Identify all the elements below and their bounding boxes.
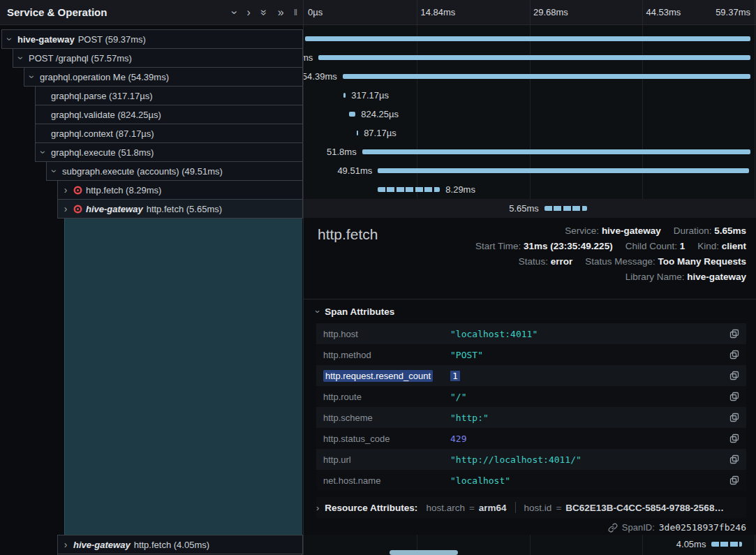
attribute-row: http.request.resend_count 1 <box>316 365 746 386</box>
timeline-row[interactable]: 57.57ms <box>304 48 756 67</box>
span-duration-bar[interactable] <box>362 149 751 154</box>
timeline-row[interactable]: 59.37ms <box>304 29 756 48</box>
tree-row[interactable]: › hive-gateway http.fetch (4.05ms) <box>57 535 303 554</box>
copy-icon[interactable] <box>725 434 739 443</box>
span-duration-bar[interactable] <box>711 542 742 547</box>
copy-icon[interactable] <box>725 475 739 485</box>
error-icon <box>73 186 82 195</box>
tree-chevron-icon[interactable]: › <box>38 148 48 156</box>
pane-resize-handle[interactable]: ‖ <box>294 7 297 17</box>
tree-chevron-icon[interactable]: › <box>61 540 70 549</box>
copy-icon[interactable] <box>725 413 739 422</box>
resource-attributes-title: Resource Attributes: <box>325 503 417 513</box>
span-duration-label: 5.65ms <box>509 199 539 218</box>
chevron-right-icon[interactable]: › <box>246 7 250 18</box>
span-duration-label: 8.29ms <box>445 180 475 199</box>
span-duration-bar[interactable] <box>544 206 587 211</box>
chevron-right-icon: › <box>316 503 319 513</box>
attribute-key: http.status_code <box>323 434 450 444</box>
tree-row[interactable]: › hive-gateway POST (59.37ms) <box>1 29 303 49</box>
error-icon <box>73 205 82 214</box>
span-duration-bar[interactable] <box>378 187 440 192</box>
timeline-row[interactable]: 87.17µs <box>304 124 756 142</box>
meta-pair: Status Message: Too Many Requests <box>585 256 746 267</box>
span-tree: › hive-gateway POST (59.37ms) › POST /gr… <box>0 25 304 555</box>
tree-chevron-icon[interactable]: › <box>61 204 70 214</box>
copy-icon[interactable] <box>725 371 739 380</box>
span-duration-label: 57.57ms <box>304 48 313 67</box>
span-duration-bar[interactable] <box>349 112 355 117</box>
double-chevron-right-icon[interactable]: » <box>278 7 284 18</box>
tree-row-label: POST /graphql (57.57ms) <box>29 53 132 64</box>
detail-meta-line: Start Time: 31ms (23:35:49.225)Child Cou… <box>475 239 746 254</box>
tree-chevron-icon[interactable]: › <box>61 185 70 195</box>
copy-icon[interactable] <box>725 329 739 339</box>
detail-meta-line: Service: hive-gatewayDuration: 5.65ms <box>475 223 746 239</box>
tree-row-label: http.fetch (5.65ms) <box>147 204 222 214</box>
ruler-tick-label: 59.37ms <box>716 0 750 24</box>
gridline <box>755 0 755 25</box>
tree-row[interactable]: › graphql.context (87.17µs) <box>35 124 303 143</box>
tree-row[interactable]: › graphql.operation Me (54.39ms) <box>24 67 303 87</box>
span-detail-meta: Service: hive-gatewayDuration: 5.65msSta… <box>475 223 746 285</box>
attribute-row: http.host "localhost:4011" <box>316 323 746 344</box>
timeline-row[interactable]: 49.51ms <box>304 161 756 180</box>
meta-value: error <box>551 256 573 267</box>
timeline-row[interactable]: 824.25µs <box>304 105 756 124</box>
ruler-tick-label: 29.68ms <box>533 0 568 24</box>
tree-row[interactable]: › graphql.parse (317.17µs) <box>35 86 303 105</box>
copy-icon[interactable] <box>725 350 739 360</box>
tree-row[interactable]: › POST /graphql (57.57ms) <box>13 48 303 68</box>
span-duration-bar[interactable] <box>318 55 750 60</box>
copy-icon[interactable] <box>725 454 739 464</box>
span-attributes-header[interactable]: › Span Attributes <box>316 306 394 317</box>
tree-row-label: graphql.context (87.17µs) <box>51 128 154 139</box>
span-duration-bar[interactable] <box>378 168 749 173</box>
tree-row-label: http.fetch (4.05ms) <box>134 540 209 550</box>
timeline-row[interactable]: 8.29ms <box>304 180 756 199</box>
gridline <box>642 0 643 25</box>
tree-chevron-icon[interactable]: › <box>16 54 26 62</box>
meta-label: Duration: <box>674 225 715 236</box>
span-duration-bar[interactable] <box>343 74 750 79</box>
timeline-row[interactable]: 51.8ms <box>304 142 756 161</box>
pane-header-title: Service & Operation <box>7 6 107 18</box>
tree-chevron-icon[interactable]: › <box>50 167 59 175</box>
link-icon[interactable] <box>608 523 618 533</box>
timeline-row[interactable]: 5.65ms <box>304 199 756 218</box>
span-duration-label: 54.39ms <box>304 67 337 86</box>
resource-attributes-row[interactable]: › Resource Attributes: host.arch=arm64ho… <box>316 497 746 518</box>
span-duration-bar[interactable] <box>357 131 358 135</box>
timeline-row[interactable]: 317.17µs <box>304 86 756 105</box>
meta-value: 1 <box>680 241 685 251</box>
gridline <box>417 0 417 25</box>
double-chevron-down-icon[interactable]: » <box>258 9 269 15</box>
tree-row[interactable]: › http.fetch (8.29ms) <box>57 180 303 200</box>
attribute-value: "localhost:4011" <box>450 329 725 339</box>
attribute-value: 429 <box>450 434 725 444</box>
span-duration-bar[interactable] <box>305 36 750 41</box>
chevron-down-icon[interactable]: › <box>229 10 240 14</box>
meta-pair: Kind: client <box>697 241 746 251</box>
meta-label: Status: <box>519 256 551 267</box>
horizontal-scrollbar-thumb[interactable] <box>390 550 458 555</box>
meta-pair: Status: error <box>519 256 572 267</box>
tree-chevron-icon[interactable]: › <box>27 73 37 81</box>
detail-meta-line: Library Name: hive-gateway <box>475 269 746 285</box>
meta-pair: Start Time: 31ms (23:35:49.225) <box>475 241 613 251</box>
selected-span-children-region <box>64 218 302 535</box>
resource-attr-value: BC62E13B-C4CC-5854-9788-2568… <box>565 503 724 513</box>
copy-icon[interactable] <box>725 392 739 401</box>
tree-row[interactable]: › subgraph.execute (accounts) (49.51ms) <box>46 161 303 181</box>
tree-row[interactable]: › graphql.validate (824.25µs) <box>35 105 303 124</box>
span-id-row: SpanID: 3de02518937fb246 <box>608 522 746 533</box>
span-duration-bar[interactable] <box>343 93 346 98</box>
tree-chevron-icon[interactable]: › <box>5 35 15 43</box>
meta-pair: Child Count: 1 <box>625 241 685 251</box>
tree-row-service: hive-gateway <box>86 204 143 214</box>
tree-row[interactable]: › hive-gateway http.fetch (5.65ms) <box>57 199 303 219</box>
tree-row[interactable]: › graphql.execute (51.8ms) <box>35 142 303 162</box>
timeline-row[interactable]: 54.39ms <box>304 67 756 86</box>
meta-label: Library Name: <box>625 272 688 282</box>
timeline-row[interactable]: 4.05ms <box>304 535 756 554</box>
